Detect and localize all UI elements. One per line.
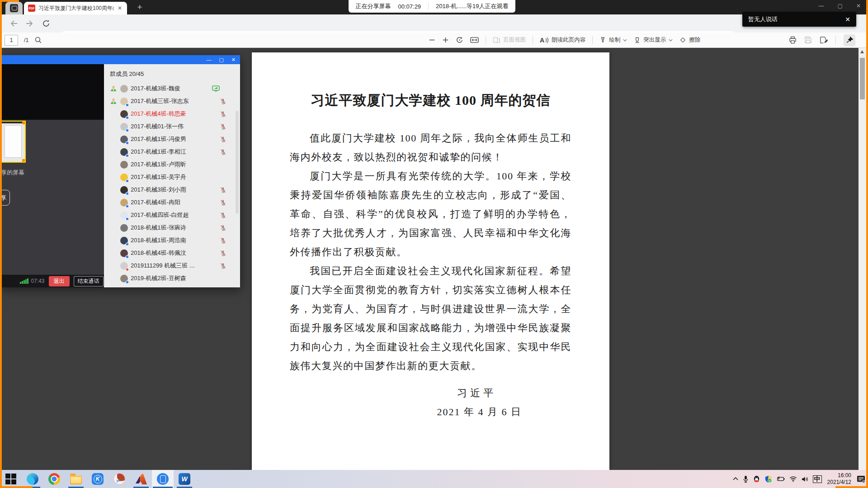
matlab-taskbar-button[interactable] xyxy=(130,470,152,488)
member-row[interactable]: 2017-机械1班-冯俊男 xyxy=(104,133,240,145)
back-icon[interactable] xyxy=(9,19,18,28)
rotate-icon[interactable] xyxy=(456,36,463,44)
meeting-maximize-button[interactable]: ▢ xyxy=(219,57,223,63)
word-taskbar-button[interactable] xyxy=(174,470,195,488)
avatar-badge xyxy=(126,154,129,157)
mic-muted-icon[interactable] xyxy=(220,263,226,269)
k-app-icon xyxy=(92,473,104,485)
edge-taskbar-button[interactable] xyxy=(22,470,43,488)
screen-share-banner[interactable]: 正在分享屏幕 00:07:29 2018-机......等19人正在观看 xyxy=(349,0,515,13)
volume-icon[interactable] xyxy=(801,476,809,483)
meeting-titlebar[interactable]: — ▢ ✕ xyxy=(0,55,240,64)
screen-sharing-icon[interactable] xyxy=(212,85,220,92)
save-as-icon[interactable] xyxy=(820,36,828,44)
meeting-minimize-button[interactable]: — xyxy=(206,57,211,62)
member-row[interactable]: 2018-机械1班-张琬诗 xyxy=(104,221,240,234)
microphone-icon[interactable] xyxy=(743,475,749,483)
qq-icon[interactable] xyxy=(753,475,760,483)
file-explorer-icon xyxy=(70,475,82,484)
member-name: 2017-机械四班-白煜超 xyxy=(131,211,189,219)
presence-icon xyxy=(110,85,117,92)
mic-muted-icon[interactable] xyxy=(220,199,226,206)
windows-start-taskbar-button[interactable] xyxy=(0,470,22,488)
member-row[interactable]: 2017-机械01-张一伟 xyxy=(104,120,240,133)
ime-indicator[interactable]: 中 xyxy=(813,475,822,483)
clip-app-taskbar-button[interactable] xyxy=(108,470,130,488)
mic-muted-icon[interactable] xyxy=(220,237,226,244)
member-list-header: 群成员 20/45 xyxy=(104,64,240,78)
exit-button[interactable]: 退出 xyxy=(49,276,70,286)
scroll-up-icon[interactable] xyxy=(860,50,864,53)
divider xyxy=(533,36,533,44)
highlight-button[interactable]: 突出显示 xyxy=(634,36,673,44)
print-icon[interactable] xyxy=(789,36,797,44)
share-preview-label: 享的屏幕 xyxy=(1,169,24,177)
end-call-button[interactable]: 结束通话 xyxy=(74,276,104,286)
wifi-icon[interactable] xyxy=(789,476,797,482)
fit-page-icon[interactable] xyxy=(470,37,479,43)
scrollbar-thumb[interactable] xyxy=(860,58,865,99)
zoom-in-icon[interactable] xyxy=(442,37,449,43)
page-number-input[interactable]: 1 xyxy=(5,35,18,46)
mic-muted-icon[interactable] xyxy=(220,250,226,257)
mic-muted-icon[interactable] xyxy=(220,98,226,105)
member-row[interactable]: 2019-机械2班-豆树森 xyxy=(104,272,240,285)
mic-muted-icon[interactable] xyxy=(220,111,226,117)
shared-screen-thumbnail[interactable] xyxy=(0,121,26,163)
pdf-scrollbar[interactable] xyxy=(859,48,866,470)
member-avatar xyxy=(120,237,128,244)
member-row[interactable]: 2017-机械3班-魏俊 xyxy=(104,82,240,95)
member-row[interactable]: 2017-机械4班-韩思豪 xyxy=(104,108,240,120)
draw-button[interactable]: 绘制 xyxy=(599,36,627,44)
tray-expand-icon[interactable] xyxy=(732,476,739,482)
member-row[interactable]: 2018-机械4班-韩佩汶 xyxy=(104,247,240,259)
defender-shield-icon[interactable] xyxy=(764,475,772,483)
mic-muted-icon[interactable] xyxy=(220,136,226,143)
tab-close-icon[interactable]: ✕ xyxy=(117,5,123,11)
read-aloud-icon: A xyxy=(540,37,544,44)
member-row[interactable]: 2017-机械四班-白煜超 xyxy=(104,209,240,221)
battery-icon[interactable] xyxy=(776,476,785,482)
close-button[interactable]: ✕ xyxy=(856,3,861,9)
member-name: 2019111299 机械三班 … xyxy=(131,262,195,270)
member-row[interactable]: 2017-机械1班-卢雨昕 xyxy=(104,158,240,171)
mic-muted-icon[interactable] xyxy=(220,149,226,155)
search-icon[interactable] xyxy=(34,36,42,44)
mic-muted-icon[interactable] xyxy=(220,225,226,231)
read-aloud-button[interactable]: A 朗读此页内容 xyxy=(540,36,585,44)
refresh-icon[interactable] xyxy=(42,19,51,28)
member-row[interactable]: 2018-机械1班-周浩南 xyxy=(104,234,240,247)
screen-projection-taskbar-button[interactable] xyxy=(152,470,174,488)
save-icon[interactable] xyxy=(804,36,812,44)
maximize-button[interactable]: ▢ xyxy=(838,3,843,9)
avatar-badge xyxy=(126,243,129,246)
member-row[interactable]: 2017-机械1班-吴宇舟 xyxy=(104,171,240,183)
mic-muted-icon[interactable] xyxy=(220,212,226,219)
member-list-scrollbar[interactable] xyxy=(236,111,239,214)
toast-close-icon[interactable]: ✕ xyxy=(845,16,850,23)
k-app-taskbar-button[interactable] xyxy=(87,470,108,488)
member-row[interactable]: 2017-机械三班-张志东 xyxy=(104,95,240,108)
meeting-close-button[interactable]: ✕ xyxy=(231,57,236,63)
mic-muted-icon[interactable] xyxy=(220,187,226,193)
member-row[interactable]: 2017-机械1班-李相江 xyxy=(104,145,240,158)
member-row[interactable]: 2017-机械4班-冉阳 xyxy=(104,196,240,209)
minimize-button[interactable]: — xyxy=(819,3,824,9)
new-tab-button[interactable]: + xyxy=(134,1,146,13)
zoom-out-icon[interactable] xyxy=(429,37,435,43)
pinned-tab[interactable] xyxy=(5,2,23,14)
file-explorer-taskbar-button[interactable] xyxy=(65,470,87,488)
page-view-button[interactable]: 页面视图 xyxy=(493,36,526,44)
chrome-taskbar-button[interactable] xyxy=(43,470,65,488)
member-row[interactable]: 2019111299 机械三班 … xyxy=(104,259,240,272)
member-row[interactable]: 2017-机械3班-刘小雨 xyxy=(104,183,240,196)
mic-muted-icon[interactable] xyxy=(220,123,226,130)
action-center-icon[interactable] xyxy=(857,475,865,483)
forward-icon[interactable] xyxy=(25,19,34,28)
tab-active[interactable]: PDF 习近平致厦门大学建校100周年的 ✕ xyxy=(24,2,127,14)
taskbar: 中 16:00 2021/4/12 xyxy=(0,470,868,488)
member-name: 2017-机械1班-卢雨昕 xyxy=(131,160,186,169)
taskbar-clock[interactable]: 16:00 2021/4/12 xyxy=(827,472,851,486)
pin-toolbar-button[interactable] xyxy=(844,34,855,46)
erase-button[interactable]: 擦除 xyxy=(679,36,700,44)
